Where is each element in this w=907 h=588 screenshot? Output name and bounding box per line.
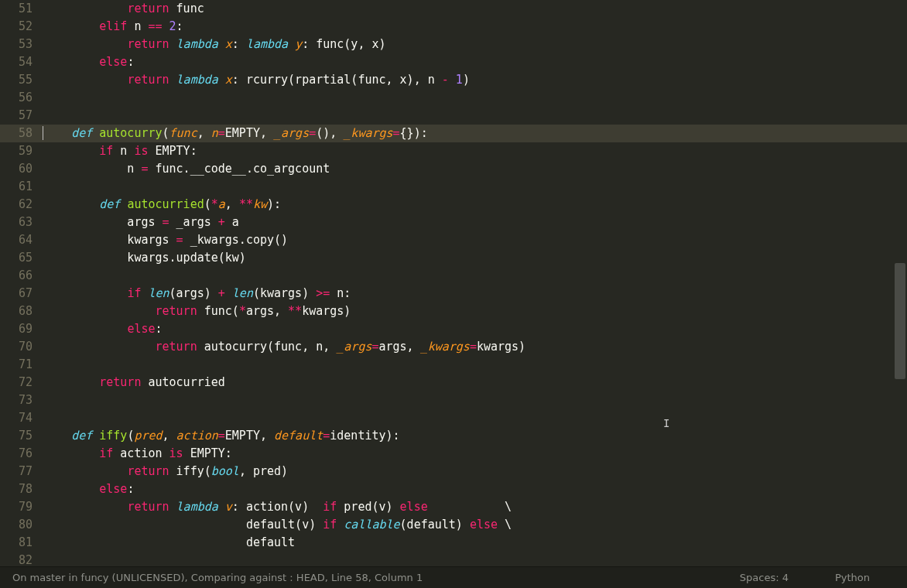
token: if (323, 500, 337, 514)
token: EMPTY, (225, 126, 274, 140)
code-content[interactable]: return func(*args, **kwargs) (43, 303, 907, 320)
code-line[interactable]: 57 (0, 107, 907, 125)
code-content[interactable]: def iffy(pred, action=EMPTY, default=ide… (43, 427, 907, 445)
code-line[interactable]: 73 (0, 391, 907, 409)
code-content[interactable]: else: (43, 320, 907, 338)
code-area[interactable]: 51 return func52 elif n == 2:53 return l… (0, 0, 907, 566)
code-line[interactable]: 68 return func(*args, **kwargs) (0, 303, 907, 320)
code-content[interactable]: default(v) if callable(default) else \ (43, 516, 907, 534)
editor-viewport[interactable]: 51 return func52 elif n == 2:53 return l… (0, 0, 907, 566)
line-number: 67 (0, 285, 43, 303)
token: default (274, 429, 323, 443)
code-line[interactable]: 55 return lambda x: rcurry(rpartial(func… (0, 71, 907, 89)
code-content[interactable]: elif n == 2: (43, 18, 907, 36)
code-line[interactable]: 69 else: (0, 320, 907, 338)
scrollbar-thumb[interactable] (895, 263, 905, 379)
token: EMPTY, (225, 429, 274, 443)
token: _kwargs (421, 340, 470, 354)
code-line[interactable]: 74 (0, 409, 907, 427)
code-line[interactable]: 76 if action is EMPTY: (0, 445, 907, 463)
code-line[interactable]: 77 return iffy(bool, pred) (0, 463, 907, 480)
token (43, 286, 127, 300)
code-content[interactable]: default (43, 534, 907, 552)
token: , (163, 429, 176, 443)
code-content[interactable]: else: (43, 53, 907, 71)
code-content[interactable]: return func (43, 0, 907, 18)
code-line[interactable]: 81 default (0, 534, 907, 552)
code-content[interactable]: return autocurry(func, n, _args=args, _k… (43, 338, 907, 356)
token: = (393, 126, 400, 140)
code-line[interactable]: 52 elif n == 2: (0, 18, 907, 36)
code-line[interactable]: 72 return autocurried (0, 374, 907, 391)
code-content[interactable]: else: (43, 480, 907, 498)
token: (default) (400, 518, 470, 532)
token (43, 482, 99, 496)
token (43, 37, 127, 51)
code-line[interactable]: 59 if n is EMPTY: (0, 142, 907, 160)
token: : (156, 322, 163, 336)
code-content[interactable]: return lambda x: lambda y: func(y, x) (43, 36, 907, 53)
code-content[interactable]: if action is EMPTY: (43, 445, 907, 463)
code-line[interactable]: 54 else: (0, 53, 907, 71)
line-number: 71 (0, 356, 43, 374)
token: lambda (176, 500, 218, 514)
token: _kwargs.copy() (183, 233, 288, 247)
code-content[interactable]: if len(args) + len(kwargs) >= n: (43, 285, 907, 303)
code-line[interactable]: 71 (0, 356, 907, 374)
code-content[interactable]: kwargs = _kwargs.copy() (43, 231, 907, 249)
token: - (442, 73, 449, 87)
token: v (225, 500, 232, 514)
token: func.__code__.co_argcount (148, 162, 330, 176)
token: func( (197, 304, 239, 318)
code-line[interactable]: 70 return autocurry(func, n, _args=args,… (0, 338, 907, 356)
code-content[interactable]: def autocurry(func, n=EMPTY, _args=(), _… (43, 125, 907, 142)
scrollbar-vertical[interactable] (895, 0, 905, 566)
code-content[interactable]: kwargs.update(kw) (43, 249, 907, 267)
line-number: 72 (0, 374, 43, 391)
line-number: 66 (0, 267, 43, 285)
code-line[interactable]: 67 if len(args) + len(kwargs) >= n: (0, 285, 907, 303)
code-content[interactable]: if n is EMPTY: (43, 142, 907, 160)
code-line[interactable]: 75 def iffy(pred, action=EMPTY, default=… (0, 427, 907, 445)
line-number: 51 (0, 0, 43, 18)
token: , (225, 197, 239, 211)
line-number: 55 (0, 71, 43, 89)
token (218, 37, 225, 51)
code-content[interactable]: args = _args + a (43, 214, 907, 231)
code-line[interactable]: 56 (0, 89, 907, 107)
token: pred (134, 429, 162, 443)
code-line[interactable]: 78 else: (0, 480, 907, 498)
code-content[interactable]: def autocurried(*a, **kw): (43, 196, 907, 214)
line-number: 78 (0, 480, 43, 498)
code-content[interactable]: n = func.__code__.co_argcount (43, 160, 907, 178)
code-line[interactable]: 80 default(v) if callable(default) else … (0, 516, 907, 534)
code-line[interactable]: 63 args = _args + a (0, 214, 907, 231)
code-content[interactable]: return iffy(bool, pred) (43, 463, 907, 480)
token: if (99, 446, 113, 460)
token: a (218, 197, 225, 211)
code-content[interactable]: return autocurried (43, 374, 907, 391)
token: elif (99, 19, 127, 33)
code-content[interactable]: return lambda v: action(v) if pred(v) el… (43, 498, 907, 516)
status-syntax[interactable]: Python (835, 572, 870, 583)
code-line[interactable]: 58 def autocurry(func, n=EMPTY, _args=()… (0, 125, 907, 142)
code-line[interactable]: 79 return lambda v: action(v) if pred(v)… (0, 498, 907, 516)
code-line[interactable]: 60 n = func.__code__.co_argcount (0, 160, 907, 178)
code-line[interactable]: 53 return lambda x: lambda y: func(y, x) (0, 36, 907, 53)
code-line[interactable]: 82 (0, 552, 907, 566)
token: return (156, 304, 197, 318)
code-line[interactable]: 62 def autocurried(*a, **kw): (0, 196, 907, 214)
code-line[interactable]: 65 kwargs.update(kw) (0, 249, 907, 267)
code-line[interactable]: 51 return func (0, 0, 907, 18)
code-content[interactable]: return lambda x: rcurry(rpartial(func, x… (43, 71, 907, 89)
token: x (225, 73, 232, 87)
status-bar: On master in funcy (UNLICENSED), Compari… (0, 566, 907, 588)
token: : (127, 482, 134, 496)
code-line[interactable]: 64 kwargs = _kwargs.copy() (0, 231, 907, 249)
token: \ (498, 518, 512, 532)
token: : rcurry(rpartial(func, x), n (232, 73, 442, 87)
line-number: 53 (0, 36, 43, 53)
status-spaces[interactable]: Spaces: 4 (740, 572, 789, 583)
code-line[interactable]: 66 (0, 267, 907, 285)
code-line[interactable]: 61 (0, 178, 907, 196)
